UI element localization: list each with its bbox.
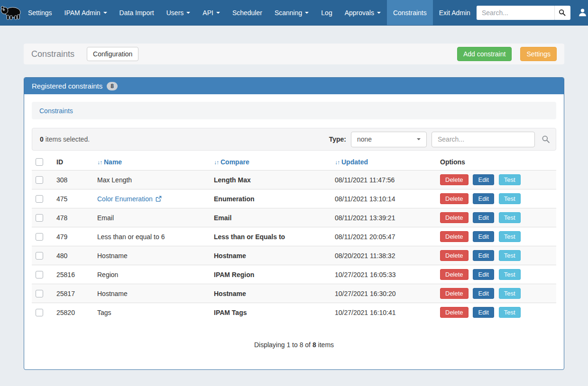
test-button[interactable]: Test bbox=[499, 269, 521, 280]
row-checkbox[interactable] bbox=[36, 233, 43, 241]
delete-button[interactable]: Delete bbox=[440, 193, 469, 204]
test-button[interactable]: Test bbox=[499, 193, 521, 204]
nav-api[interactable]: API bbox=[196, 0, 226, 25]
header-name[interactable]: ↓↑Name bbox=[93, 154, 210, 171]
row-checkbox[interactable] bbox=[36, 290, 43, 297]
constraints-table: ID ↓↑Name ↓↑Compare ↓↑Updated Options 30… bbox=[32, 154, 556, 322]
constraint-link[interactable]: Color Enumeration bbox=[97, 195, 162, 203]
delete-button[interactable]: Delete bbox=[440, 269, 469, 280]
delete-button[interactable]: Delete bbox=[440, 231, 469, 242]
sort-icon: ↓↑ bbox=[214, 159, 219, 166]
user-menu[interactable] bbox=[573, 0, 588, 25]
test-button[interactable]: Test bbox=[499, 212, 521, 223]
panel-body: Constraints 0 items selected. Type: none bbox=[24, 94, 564, 356]
filter-toolbar: 0 items selected. Type: none bbox=[32, 128, 556, 151]
table-search-input[interactable] bbox=[432, 132, 535, 147]
navbar-search-button[interactable] bbox=[554, 6, 570, 20]
test-button[interactable]: Test bbox=[499, 250, 521, 261]
edit-button[interactable]: Edit bbox=[473, 231, 494, 242]
cell-name: Less than or equal to 6 bbox=[93, 227, 210, 246]
header-updated[interactable]: ↓↑Updated bbox=[331, 154, 436, 171]
delete-button[interactable]: Delete bbox=[440, 250, 469, 261]
user-icon bbox=[578, 8, 587, 17]
edit-button[interactable]: Edit bbox=[473, 288, 494, 299]
edit-button[interactable]: Edit bbox=[473, 174, 494, 185]
delete-button[interactable]: Delete bbox=[440, 212, 469, 223]
delete-button[interactable]: Delete bbox=[440, 288, 469, 299]
nav-approvals[interactable]: Approvals bbox=[339, 0, 387, 25]
cell-name: Hostname bbox=[93, 246, 210, 265]
table-row: 25820 Tags IPAM Tags 10/27/2021 16:10:41… bbox=[32, 303, 556, 322]
selected-count: 0 bbox=[40, 135, 44, 143]
registered-constraints-panel: Registered constraints 8 Constraints 0 i… bbox=[24, 77, 564, 370]
test-button[interactable]: Test bbox=[499, 174, 521, 185]
cell-compare: Email bbox=[210, 208, 331, 227]
chevron-down-icon bbox=[103, 12, 107, 14]
navbar-search bbox=[477, 0, 570, 25]
row-checkbox[interactable] bbox=[36, 195, 43, 203]
edit-button[interactable]: Edit bbox=[473, 193, 494, 204]
cell-updated: 08/11/2021 13:10:14 bbox=[331, 189, 436, 208]
cell-name: Max Length bbox=[93, 171, 210, 189]
type-select[interactable]: none bbox=[351, 132, 427, 147]
navbar-search-input[interactable] bbox=[477, 6, 554, 20]
select-all-checkbox[interactable] bbox=[36, 158, 43, 166]
test-button[interactable]: Test bbox=[499, 231, 521, 242]
add-constraint-button[interactable]: Add constraint bbox=[457, 47, 512, 61]
table-row: 25817 Hostname Hostname 10/27/2021 16:30… bbox=[32, 284, 556, 303]
breadcrumb-bar: Constraints bbox=[32, 102, 556, 119]
page-header-bar: Constraints Configuration Add constraint… bbox=[24, 44, 564, 64]
nav-users[interactable]: Users bbox=[160, 0, 197, 25]
search-icon bbox=[542, 135, 550, 144]
table-row: 478 Email Email 08/11/2021 13:39:21 Dele… bbox=[32, 208, 556, 227]
row-checkbox[interactable] bbox=[36, 271, 43, 278]
configuration-button[interactable]: Configuration bbox=[87, 47, 138, 61]
delete-button[interactable]: Delete bbox=[440, 174, 469, 185]
nav-log[interactable]: Log bbox=[315, 0, 338, 25]
cell-name: Hostname bbox=[93, 284, 210, 303]
pagination-status: Displaying 1 to 8 of 8 items bbox=[32, 341, 556, 349]
sort-icon: ↓↑ bbox=[97, 159, 102, 166]
cell-id: 480 bbox=[53, 246, 93, 265]
table-row: 479 Less than or equal to 6 Less than or… bbox=[32, 227, 556, 246]
cell-compare: Enumeration bbox=[210, 189, 331, 208]
row-checkbox[interactable] bbox=[36, 252, 43, 260]
breadcrumb-constraints-link[interactable]: Constraints bbox=[39, 107, 73, 115]
nav-scheduler[interactable]: Scheduler bbox=[226, 0, 268, 25]
chevron-down-icon bbox=[417, 138, 421, 140]
nav-data-import[interactable]: Data Import bbox=[113, 0, 160, 25]
nav-constraints[interactable]: Constraints bbox=[387, 0, 433, 25]
cell-name: Tags bbox=[93, 303, 210, 322]
cell-compare: Hostname bbox=[210, 246, 331, 265]
nav-ipam-admin[interactable]: IPAM Admin bbox=[58, 0, 113, 25]
edit-button[interactable]: Edit bbox=[473, 269, 494, 280]
cell-updated: 08/11/2021 11:47:56 bbox=[331, 171, 436, 189]
chevron-down-icon bbox=[377, 12, 381, 14]
table-row: 25816 Region IPAM Region 10/27/2021 16:0… bbox=[32, 265, 556, 284]
app-logo[interactable] bbox=[0, 0, 22, 25]
row-checkbox[interactable] bbox=[36, 309, 43, 316]
settings-button[interactable]: Settings bbox=[520, 47, 557, 61]
row-checkbox[interactable] bbox=[36, 176, 43, 184]
nav-settings[interactable]: Settings bbox=[22, 0, 58, 25]
header-compare[interactable]: ↓↑Compare bbox=[210, 154, 331, 171]
cell-id: 478 bbox=[53, 208, 93, 227]
table-row: 480 Hostname Hostname 08/20/2021 11:38:3… bbox=[32, 246, 556, 265]
cell-updated: 10/27/2021 16:30:20 bbox=[331, 284, 436, 303]
nav-exit-admin[interactable]: Exit Admin bbox=[433, 0, 477, 25]
chevron-down-icon bbox=[186, 12, 190, 14]
external-link-icon bbox=[156, 196, 162, 202]
test-button[interactable]: Test bbox=[499, 307, 521, 318]
footer-suffix: items bbox=[316, 341, 334, 349]
count-badge: 8 bbox=[107, 82, 118, 90]
test-button[interactable]: Test bbox=[499, 288, 521, 299]
row-checkbox[interactable] bbox=[36, 214, 43, 222]
type-label: Type: bbox=[329, 135, 346, 143]
cell-compare: Less than or Equals to bbox=[210, 227, 331, 246]
edit-button[interactable]: Edit bbox=[473, 250, 494, 261]
edit-button[interactable]: Edit bbox=[473, 212, 494, 223]
delete-button[interactable]: Delete bbox=[440, 307, 469, 318]
nav-scanning[interactable]: Scanning bbox=[268, 0, 315, 25]
table-search-button[interactable] bbox=[542, 135, 550, 144]
edit-button[interactable]: Edit bbox=[473, 307, 494, 318]
